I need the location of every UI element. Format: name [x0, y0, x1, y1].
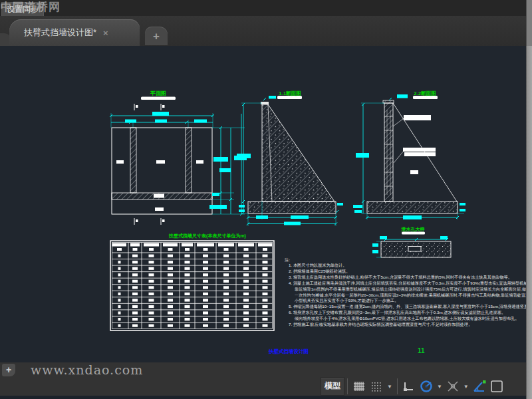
notes-line: 倾向墙外坡度不小于4%,泄水孔采用Φ10cmPVC管,进水口用透水土工布包裹以防… — [294, 316, 519, 321]
dimension-table-title: 扶壁式挡墙尺寸表(本表尺寸单位为m) — [168, 233, 246, 239]
tab-active-document[interactable]: 扶臂式挡墙设计图* × — [9, 19, 140, 46]
dynamic-input-icon[interactable] — [471, 378, 487, 395]
plus-icon: + — [153, 31, 160, 42]
top-menu-bar: 设置同步 — [0, 0, 532, 16]
section-1-1-title: 1-1断面图 — [279, 90, 301, 96]
notes-line: 1. 本图尺寸均以厘米为单位计。 — [289, 263, 346, 268]
tab-label: 扶臂式挡墙设计图* — [24, 27, 96, 39]
plan-view-title: 平面图 — [150, 90, 166, 96]
section-2-2-title: 2-2断面图 — [414, 90, 436, 96]
notes-line: 一次性均匀摊铺,水平分层每一层厚约20~30cm,顶面应设2~3%的排水横坡;采… — [295, 293, 526, 298]
notes-line: 6. 墙身泄水孔按上下交错布置,孔眼间距2~3m,最下一排泄水孔应高出地面不小于… — [289, 310, 505, 315]
right-scrollbar[interactable] — [526, 46, 532, 399]
status-bar: 模型 ▼ — [321, 376, 505, 396]
cad-application-window: 设置同步 中国道桥网 扶臂式挡墙设计图* × + — [0, 0, 532, 399]
notes-line: 小型机具夯实且压实度不小于93%,才能进行下一步施工。 — [295, 298, 398, 303]
polar-tracking-icon[interactable] — [418, 378, 434, 395]
notes-line: 2. 挡墙墙体采用C25钢筋砼浇筑。 — [289, 269, 350, 274]
snap-grid-icon[interactable] — [351, 378, 367, 395]
settings-sync-button[interactable]: 设置同步 — [1, 2, 44, 16]
chevron-down-icon[interactable]: ▼ — [387, 384, 392, 390]
notes-line: 注: — [285, 257, 290, 262]
close-icon[interactable]: × — [103, 28, 108, 38]
lineweight-icon[interactable] — [489, 378, 505, 395]
notes-line: 靠近墙背1m范围内不得采用重型机械碾压,墙后填土须待砼强度达到设计强度75%后方… — [295, 287, 526, 292]
new-layout-button[interactable]: + — [2, 364, 15, 376]
chevron-down-icon[interactable]: ▼ — [437, 384, 442, 390]
window-right-edge — [526, 0, 532, 46]
statusbar-divider — [347, 378, 348, 394]
grid-display-icon[interactable] — [368, 378, 384, 395]
model-space-button[interactable]: 模型 — [321, 377, 344, 396]
notes-line: 3. 墙背填土应选用透水性良好的砂砾土,粒径不大于5cm,含泥量不得大于填料总重… — [289, 275, 512, 280]
bottom-bar: + 模型 ▼ — [0, 362, 532, 396]
window-bottom-edge — [0, 396, 532, 399]
notes-line: 4. 混凝土施工缝处应凿毛并清洗干净,回填土应分层填筑夯实,分层松铺厚度不大于0… — [289, 281, 526, 286]
drawing-caption: 扶壁式挡墙设计图 — [268, 348, 309, 354]
ortho-icon[interactable] — [401, 378, 417, 395]
notes-line: 7. 挡墙施工前,应核实地基承载力并结合现场实际情况调整基础埋置深度与尺寸,不足… — [289, 322, 472, 327]
chevron-down-icon[interactable]: ▼ — [464, 384, 469, 390]
sheet-number-mark: 11 — [418, 347, 425, 354]
site-watermark-bottom: www.xndao.com — [31, 362, 143, 377]
notes-line: 5. 伸缩沉降缝每隔10~15m设置一道,缝宽2cm,缝内沿墙内、外、顶三边填塞… — [289, 304, 526, 309]
statusbar-divider — [397, 378, 398, 394]
object-snap-icon[interactable] — [445, 378, 461, 395]
detail-title: 泄水孔大样 — [401, 227, 425, 232]
drawing-canvas[interactable]: 平面图 — [0, 46, 526, 362]
new-tab-button[interactable]: + — [145, 27, 168, 45]
document-tab-bar: 扶臂式挡墙设计图* × + — [0, 16, 532, 47]
